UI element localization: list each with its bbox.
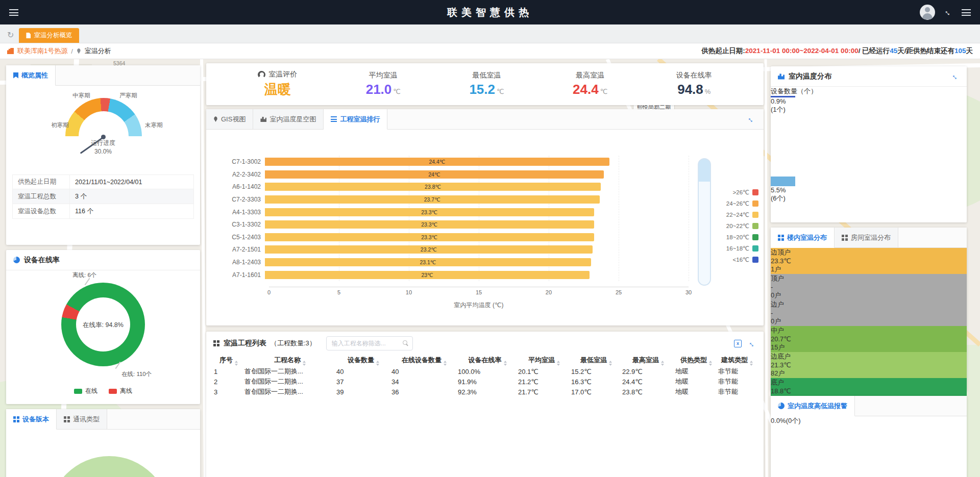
grid-icon [842, 235, 848, 241]
open-tabs-bar: ↻ 室温分析概览 [0, 24, 980, 43]
ranking-bar-value: 23.1℃ [265, 258, 591, 266]
sort-icon[interactable] [609, 361, 612, 366]
sort-icon[interactable] [557, 361, 560, 366]
fullscreen-icon[interactable]: ↔ [943, 7, 954, 18]
ranking-bar[interactable]: 24.4℃ [265, 158, 609, 166]
hamburger-menu-icon[interactable] [9, 9, 18, 16]
legend-label: <16℃ [733, 256, 749, 263]
gauge-label: 末寒期 [145, 121, 163, 129]
ranking-bar[interactable]: 23.2℃ [265, 245, 593, 254]
legend-item: 离线 [109, 387, 132, 395]
ranking-bar[interactable]: 23.3℃ [265, 220, 594, 229]
tab-gis[interactable]: GIS视图 [206, 109, 253, 129]
tab-device-version[interactable]: 设备版本 [6, 409, 57, 430]
table-cell[interactable]: 首创国际一二期换... [244, 366, 336, 376]
ranking-bar-row: C3-1-330223.3℃ [216, 218, 689, 231]
version-pie-chart[interactable] [6, 430, 200, 477]
stat-item: 室温评价温暖 [258, 70, 297, 98]
list-icon [213, 340, 219, 346]
column-header[interactable]: 设备数量 [336, 355, 391, 366]
distribution-bar[interactable] [771, 177, 795, 186]
sort-icon[interactable] [444, 361, 447, 366]
table-cell[interactable]: 首创国际一二期换... [244, 376, 336, 387]
table-cell: 92.3% [457, 387, 518, 397]
column-header[interactable]: 最低室温 [571, 355, 622, 366]
table-row[interactable]: 1首创国际一二期换...4040100.0%20.1℃15.2℃22.9℃地暖非… [213, 366, 756, 376]
column-header[interactable]: 最高室温 [622, 355, 675, 366]
table-row[interactable]: 2首创国际一二期换...373491.9%21.2℃16.3℃24.4℃地暖非节… [213, 376, 756, 387]
user-avatar[interactable] [920, 5, 935, 20]
column-header[interactable]: 供热类型 [675, 355, 718, 366]
column-header[interactable]: 建筑类型 [718, 355, 756, 366]
building-cell[interactable]: 边户-0户 [771, 300, 967, 326]
table-cell[interactable]: 首创国际一二期换... [244, 387, 336, 397]
column-label: 供热类型 [680, 356, 707, 364]
ranking-bar[interactable]: 23.7℃ [265, 195, 600, 204]
building-cell[interactable]: 边顶户23.3℃1户 [771, 248, 967, 274]
ranking-bar-value: 24.4℃ [265, 158, 609, 166]
sort-icon[interactable] [750, 361, 753, 366]
tab-building-dist[interactable]: 楼内室温分布 [771, 228, 835, 248]
expand-icon[interactable]: ↔ [747, 338, 758, 348]
tab-overview-attributes[interactable]: 概览属性 [6, 65, 56, 86]
ranking-bar[interactable]: 23.8℃ [265, 183, 601, 191]
tab-room-temp-overview[interactable]: 室温分析概览 [19, 28, 79, 43]
column-header[interactable]: 平均室温 [518, 355, 571, 366]
search-input[interactable] [326, 336, 413, 350]
breadcrumb-heat-source[interactable]: 联美浑南1号热源 [17, 46, 67, 56]
column-header[interactable]: 序号 [213, 355, 244, 366]
expand-icon[interactable]: ↔ [950, 71, 961, 82]
refresh-icon[interactable]: ↻ [7, 31, 14, 39]
tab-room-dist[interactable]: 房间室温分布 [835, 228, 898, 247]
ranking-bar[interactable]: 23℃ [265, 271, 590, 279]
legend-swatch [752, 189, 758, 195]
ranking-bar-row: A6-1-140223.8℃ [216, 181, 689, 193]
legend-label: 22~24℃ [726, 211, 749, 218]
ranking-category-label: C7-1-3002 [216, 158, 265, 165]
search-icon[interactable] [403, 340, 408, 346]
tab-label: 设备版本 [22, 415, 49, 424]
column-header[interactable]: 工程名称 [244, 355, 336, 366]
ranking-category-label: A8-1-2403 [216, 259, 265, 266]
building-cell[interactable]: 中户20.7℃15户 [771, 326, 967, 352]
column-label: 序号 [219, 356, 233, 364]
column-label: 建筑类型 [721, 356, 748, 364]
ranking-bar-row: A7-2-150123.2℃ [216, 243, 689, 256]
sort-icon[interactable] [303, 361, 306, 366]
online-annotation: 在线: 110个 [121, 370, 152, 378]
ranking-bar[interactable]: 24℃ [265, 170, 604, 179]
axis-tick-label: 25 [616, 289, 622, 295]
ranking-bar[interactable]: 23.1℃ [265, 258, 591, 266]
building-temp-grid: 边顶户23.3℃1户顶户-0户边户-0户中户20.7℃15户边底户21.3℃82… [771, 248, 967, 404]
cell-value: 21.3℃ [771, 361, 967, 369]
legend-swatch [752, 234, 758, 240]
cell-label: 边顶户 [771, 248, 791, 256]
cell-value: 20.7℃ [771, 335, 967, 343]
building-cell[interactable]: 顶户-0户 [771, 274, 967, 300]
legend-swatch [752, 223, 758, 229]
column-header[interactable]: 在线设备数量 [391, 355, 457, 366]
excel-export-icon[interactable] [734, 340, 742, 347]
building-cell[interactable]: 边底户21.3℃82户 [771, 352, 967, 378]
tab-ranking[interactable]: 工程室温排行 [324, 109, 387, 130]
tab-comm-type[interactable]: 通讯类型 [57, 409, 107, 429]
axis-tick-label: 30 [685, 289, 692, 295]
table-row[interactable]: 3首创国际一二期换...393692.3%21.7℃17.0℃23.8℃地暖非节… [213, 387, 756, 397]
drawer-toggle-icon[interactable] [962, 9, 971, 16]
column-header[interactable]: 设备在线率 [457, 355, 518, 366]
project-table-title: 室温工程列表 [213, 339, 266, 348]
sort-icon[interactable] [376, 361, 379, 366]
cell-value: - [771, 309, 967, 317]
sort-icon[interactable] [504, 361, 507, 366]
ranking-bar-row: C7-1-300224.4℃ [216, 156, 689, 168]
ranking-bar[interactable]: 23.3℃ [265, 208, 594, 216]
tab-temp-alarm[interactable]: 室内温度高低温报警 [771, 396, 855, 416]
sort-icon[interactable] [709, 361, 712, 366]
sort-icon[interactable] [661, 361, 664, 366]
sort-icon[interactable] [235, 361, 238, 366]
ranking-bar[interactable]: 23.3℃ [265, 233, 594, 241]
ranking-bar-row: A2-2-340224℃ [216, 168, 689, 181]
tab-star-map[interactable]: 室内温度星空图 [253, 109, 324, 129]
info-row-value: 116 个 [70, 204, 93, 218]
cell-label: 底户 [771, 379, 784, 386]
